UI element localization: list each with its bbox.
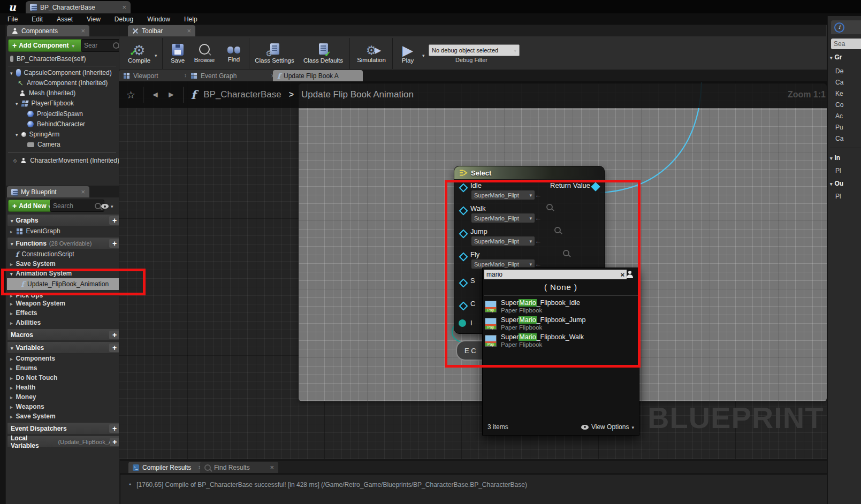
compiler-log-row[interactable]: [1760,65] Compile of BP_CharacterBase su… bbox=[129, 481, 527, 488]
clear-search-icon[interactable]: × bbox=[620, 271, 624, 279]
details-tab[interactable]: i bbox=[831, 20, 861, 34]
tab-update-flipbook[interactable]: Update Flip Book A bbox=[273, 70, 363, 81]
reset-to-default-icon[interactable] bbox=[535, 261, 542, 268]
walk-asset-dropdown[interactable]: SuperMario_Flipt bbox=[471, 213, 535, 223]
add-graph-button[interactable] bbox=[109, 216, 120, 225]
close-icon[interactable] bbox=[354, 72, 359, 79]
expander-icon[interactable] bbox=[10, 384, 13, 391]
expander-icon[interactable] bbox=[10, 355, 13, 362]
expander-icon[interactable] bbox=[10, 292, 13, 299]
browse-asset-icon[interactable] bbox=[546, 204, 553, 210]
user-icon[interactable] bbox=[626, 271, 633, 278]
expander-icon[interactable] bbox=[10, 228, 13, 234]
play-button[interactable]: Play bbox=[395, 39, 420, 68]
save-button[interactable]: Save bbox=[165, 39, 190, 68]
component-row-camera[interactable]: Camera bbox=[23, 140, 123, 149]
details-section-inputs[interactable]: In bbox=[830, 154, 840, 162]
expander-icon[interactable] bbox=[10, 261, 13, 267]
tab-find-results[interactable]: Find Results bbox=[200, 462, 278, 473]
compile-options-caret[interactable] bbox=[155, 52, 157, 58]
details-row-input-pl[interactable]: Pl bbox=[835, 167, 841, 174]
menu-help[interactable]: Help bbox=[184, 16, 197, 23]
add-variable-button[interactable] bbox=[109, 343, 120, 352]
add-new-button[interactable]: Add New bbox=[8, 200, 56, 212]
asset-item-jump[interactable]: Pap SuperMario_Flipbook_Jump Paper Flipb… bbox=[485, 315, 637, 332]
eye-filter-icon[interactable] bbox=[101, 204, 109, 209]
reset-to-default-icon[interactable] bbox=[535, 238, 542, 245]
pin-return-value[interactable] bbox=[591, 182, 600, 192]
jump-asset-dropdown[interactable]: SuperMario_Flipt bbox=[471, 236, 535, 246]
tab-compiler-results[interactable]: ›_ Compiler Results bbox=[128, 462, 207, 473]
details-row-access[interactable]: Ac bbox=[835, 112, 843, 120]
pin-walk[interactable] bbox=[459, 207, 468, 216]
details-row-callineditor[interactable]: Ca bbox=[835, 135, 843, 142]
abilities-category-row[interactable]: Abilities bbox=[6, 318, 123, 327]
constructionscript-row[interactable]: ConstructionScript bbox=[11, 249, 123, 259]
var-weapons-row[interactable]: Weapons bbox=[6, 402, 123, 411]
pin-index[interactable] bbox=[459, 319, 466, 327]
expander-icon[interactable] bbox=[10, 413, 13, 419]
pin-fly[interactable] bbox=[459, 253, 468, 262]
back-arrow-icon[interactable] bbox=[151, 90, 159, 99]
effects-category-row[interactable]: Effects bbox=[6, 308, 123, 318]
component-row-behindcharacter[interactable]: BehindCharacter bbox=[23, 119, 123, 129]
toolbar-tab[interactable]: Toolbar bbox=[128, 25, 195, 36]
add-event-dispatcher-button[interactable] bbox=[109, 424, 120, 433]
blueprint-search-input[interactable]: Search bbox=[50, 200, 104, 212]
favorite-star-icon[interactable] bbox=[126, 90, 135, 100]
component-row-capsule[interactable]: CapsuleComponent (Inherited) bbox=[6, 68, 123, 78]
var-money-row[interactable]: Money bbox=[6, 392, 123, 402]
add-component-button[interactable]: Add Component bbox=[8, 39, 86, 52]
pin-swim[interactable] bbox=[459, 279, 468, 288]
forward-arrow-icon[interactable] bbox=[167, 90, 176, 99]
add-macro-button[interactable] bbox=[109, 331, 120, 339]
var-enums-row[interactable]: Enums bbox=[6, 363, 123, 373]
menu-view[interactable]: View bbox=[87, 16, 101, 23]
var-savesystem-row[interactable]: Save System bbox=[6, 411, 123, 421]
details-section-outputs[interactable]: Ou bbox=[830, 180, 843, 187]
var-health-row[interactable]: Health bbox=[6, 383, 123, 392]
variables-header[interactable]: Variables bbox=[7, 341, 124, 354]
component-row-charactermovement[interactable]: ◇ CharacterMovement (Inherited) bbox=[9, 156, 123, 165]
component-row-arrow[interactable]: ↖ ArrowComponent (Inherited) bbox=[13, 78, 123, 88]
class-settings-button[interactable]: Class Settings bbox=[252, 39, 297, 68]
var-donottouch-row[interactable]: Do Not Touch bbox=[6, 373, 123, 383]
details-row-pure[interactable]: Pu bbox=[835, 124, 843, 131]
details-row-output-pl[interactable]: Pl bbox=[835, 193, 841, 200]
expander-icon[interactable] bbox=[16, 131, 18, 138]
browse-asset-icon[interactable] bbox=[563, 250, 569, 256]
expander-icon[interactable] bbox=[11, 345, 13, 351]
view-options-button[interactable]: View Options bbox=[581, 423, 634, 431]
pin-jump[interactable] bbox=[459, 230, 468, 239]
var-components-row[interactable]: Components bbox=[6, 354, 123, 363]
idle-asset-dropdown[interactable]: SuperMario_Flipt bbox=[471, 190, 535, 200]
functions-header[interactable]: Functions (28 Overridable) bbox=[7, 237, 124, 249]
weaponsystem-category-row[interactable]: Weapon System bbox=[6, 299, 123, 308]
details-search-input[interactable]: Sea bbox=[831, 39, 861, 49]
component-row-mesh[interactable]: Mesh (Inherited) bbox=[14, 88, 123, 98]
pin-idle[interactable] bbox=[459, 184, 468, 193]
details-row-keywords[interactable]: Ke bbox=[835, 90, 843, 97]
component-row-self[interactable]: BP_CharacterBase(self) bbox=[6, 54, 123, 64]
add-function-button[interactable] bbox=[109, 239, 120, 248]
expander-icon[interactable] bbox=[11, 217, 13, 224]
details-row-compact[interactable]: Co bbox=[835, 101, 843, 109]
asset-item-idle[interactable]: Pap SuperMario_Flipbook_Idle Paper Flipb… bbox=[485, 298, 637, 315]
component-row-playerflipbook[interactable]: PlayerFlipbook bbox=[11, 98, 123, 108]
expander-icon[interactable] bbox=[10, 270, 13, 277]
menu-asset[interactable]: Asset bbox=[57, 16, 73, 23]
animationsystem-category-row[interactable]: Animation System bbox=[6, 269, 123, 278]
expander-icon[interactable] bbox=[10, 319, 13, 326]
none-option[interactable]: ( None ) bbox=[483, 281, 639, 294]
browse-asset-icon[interactable] bbox=[554, 227, 561, 233]
details-row-category[interactable]: Ca bbox=[835, 79, 843, 86]
close-icon[interactable] bbox=[270, 464, 274, 471]
expander-icon[interactable] bbox=[10, 403, 13, 410]
class-defaults-button[interactable]: Class Defaults bbox=[300, 39, 346, 68]
local-variables-header[interactable]: Local Variables (Update_FlipBook_Ani bbox=[7, 436, 124, 448]
menu-debug[interactable]: Debug bbox=[115, 16, 133, 23]
menu-edit[interactable]: Edit bbox=[32, 16, 43, 23]
breadcrumb-current[interactable]: Update Flip Book Animation bbox=[301, 89, 414, 100]
asset-search-input[interactable]: mario × bbox=[484, 270, 627, 279]
expander-icon[interactable] bbox=[10, 310, 13, 316]
